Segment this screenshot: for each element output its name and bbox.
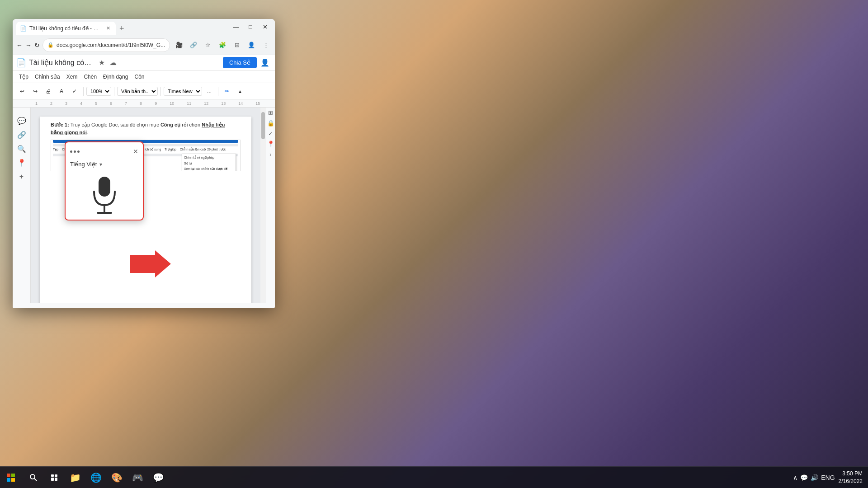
spellcheck-button[interactable]: ✓ [69, 85, 80, 97]
add-icon[interactable]: + [19, 173, 24, 181]
taskbar-edge-button[interactable]: 🌐 [86, 468, 106, 488]
sidebar-right-icon-2[interactable]: 🔒 [267, 120, 274, 127]
dot-3 [77, 150, 80, 153]
menu-item-dinhdang[interactable]: Định dạng [100, 73, 131, 81]
mini-trogup: Trợ giúp [165, 147, 176, 153]
sidebar-right-icon-3[interactable]: ✓ [268, 130, 273, 137]
document-ruler: 1 2 3 4 5 6 7 8 9 10 11 12 13 14 15 [13, 99, 275, 108]
dot-2 [74, 150, 76, 153]
print-button[interactable]: 🖨 [42, 85, 54, 97]
voice-language-text: Tiếng Việt [70, 160, 97, 169]
tray-language-icon[interactable]: ENG [821, 474, 835, 481]
extension2-icon[interactable]: ⊞ [231, 39, 243, 52]
nhaплieu-label: Nhập liệu [202, 122, 225, 127]
taskbar-search-button[interactable] [24, 468, 43, 488]
menu-item-tep[interactable]: Tệp [16, 73, 31, 81]
link-icon[interactable]: 🔗 [17, 131, 26, 139]
new-tab-button[interactable]: + [116, 22, 128, 35]
undo-button[interactable]: ↩ [16, 85, 28, 97]
doc-paragraph-12: bằng giọng nói. [51, 129, 241, 136]
redo-button[interactable]: ↪ [29, 85, 41, 97]
share-button[interactable]: Chia Sẻ [223, 57, 257, 68]
arrow-svg [130, 250, 171, 286]
mini-submenu-xemlai: Xem lại các chỉnh sửa được đề xuất [183, 166, 235, 171]
tray-chat-icon[interactable]: 💬 [800, 474, 808, 481]
menu-item-chinhsua[interactable]: Chỉnh sửa [32, 73, 63, 81]
document-content[interactable]: ✕ Tiếng Việt ▾ [31, 108, 260, 303]
extension-icon[interactable]: 🧩 [216, 39, 229, 52]
account-circle-icon[interactable]: 👤 [245, 39, 258, 52]
document-cloud-icon[interactable]: ☁ [108, 56, 118, 69]
bookmark-icon[interactable]: ☆ [202, 39, 214, 52]
explore-icon[interactable]: 🔍 [17, 145, 26, 153]
toolbar-divider-1 [83, 87, 84, 96]
taskbar-files-button[interactable]: 📁 [65, 468, 85, 488]
camera-icon[interactable]: 🎥 [173, 39, 185, 52]
tab-close-button[interactable]: ✕ [104, 24, 112, 32]
voice-mic-area[interactable] [70, 174, 138, 215]
paintformat-button[interactable]: A [56, 85, 67, 97]
nav-right-icons: 🎥 🔗 ☆ 🧩 ⊞ 👤 ⋮ [173, 39, 272, 52]
voice-dropdown-icon[interactable]: ▾ [99, 160, 102, 169]
voice-language-selector[interactable]: Tiếng Việt ▾ [70, 160, 138, 169]
horizontal-scrollbar[interactable] [13, 303, 275, 308]
voice-close-button[interactable]: ✕ [133, 147, 138, 156]
red-arrow [130, 250, 171, 289]
congu-label: Công cụ [160, 122, 180, 127]
refresh-button[interactable]: ↻ [34, 39, 40, 52]
expand-toolbar-button[interactable]: ▴ [234, 85, 246, 97]
start-button[interactable] [0, 467, 22, 488]
right-sidebar: ⊞ 🔒 ✓ 📍 › [266, 108, 275, 303]
document-star-icon[interactable]: ★ [97, 56, 107, 69]
edit-menu-bar: Tệp Chỉnh sửa Xem Chèn Định dạng Côn [13, 70, 275, 83]
tray-volume-icon[interactable]: 🔊 [811, 474, 818, 481]
sidebar-right-icon-4[interactable]: 📍 [267, 141, 274, 147]
share-link-icon[interactable]: 🔗 [187, 39, 200, 52]
document-title[interactable]: Tài liệu không có tiêu ... [29, 58, 92, 67]
navigation-bar: ← → ↻ 🔒 docs.google.com/document/d/1I9nf… [13, 35, 275, 55]
task-view-icon [51, 474, 58, 481]
maximize-button[interactable]: □ [244, 21, 257, 33]
minimize-button[interactable]: — [230, 21, 242, 33]
maps-icon[interactable]: 📍 [17, 159, 26, 167]
zoom-select[interactable]: 100% 75% 125% [86, 87, 111, 96]
tray-icons: ∧ 💬 🔊 ENG [793, 474, 835, 481]
close-button[interactable]: ✕ [259, 21, 271, 33]
active-tab[interactable]: 📄 Tài liệu không có tiêu đề - Goog... ✕ [16, 22, 116, 35]
taskbar-photoshop-button[interactable]: 🎨 [107, 468, 127, 488]
taskbar-game-button[interactable]: 🎮 [127, 468, 147, 488]
svg-rect-5 [11, 474, 15, 477]
menu-item-chen[interactable]: Chèn [81, 73, 99, 81]
editing-mode-button[interactable]: ✏ [221, 85, 233, 97]
taskbar: 📁 🌐 🎨 🎮 💬 ∧ 💬 🔊 ENG 3:50 PM 2/16/2022 [0, 466, 868, 488]
sidebar-right-icon-5[interactable]: › [269, 151, 271, 158]
tray-expand-icon[interactable]: ∧ [793, 474, 797, 481]
browser-window: 📄 Tài liệu không có tiêu đề - Goog... ✕ … [13, 19, 275, 308]
svg-rect-0 [99, 177, 110, 197]
sidebar-right-icon-1[interactable]: ⊞ [268, 109, 273, 116]
menu-icon[interactable]: ⋮ [259, 39, 272, 52]
voice-dots [70, 150, 80, 153]
more-options-button[interactable]: ... [203, 85, 215, 97]
scrollbar[interactable] [260, 108, 266, 303]
forward-button[interactable]: → [25, 39, 32, 52]
taskbar-taskview-button[interactable] [44, 468, 64, 488]
style-select[interactable]: Văn bản th... [117, 87, 158, 96]
menu-item-con[interactable]: Côn [132, 73, 147, 81]
microphone-icon[interactable] [89, 174, 120, 215]
svg-rect-4 [7, 474, 10, 477]
svg-rect-12 [51, 478, 54, 481]
address-bar[interactable]: 🔒 docs.google.com/document/d/1I9nf5l0W_G… [42, 38, 170, 52]
back-button[interactable]: ← [16, 39, 23, 52]
menu-right-icons: Chia Sẻ 👤 [223, 56, 271, 69]
taskbar-discord-button[interactable]: 💬 [148, 468, 168, 488]
font-select[interactable]: Times New... [164, 87, 202, 96]
user-account-icon[interactable]: 👤 [259, 56, 271, 69]
system-clock[interactable]: 3:50 PM 2/16/2022 [839, 470, 863, 485]
scroll-thumb[interactable] [261, 112, 265, 139]
toolbar-divider-4 [218, 87, 218, 96]
voice-input-popup[interactable]: ✕ Tiếng Việt ▾ [65, 141, 144, 221]
window-controls: — □ ✕ [230, 21, 271, 33]
menu-item-xem[interactable]: Xem [64, 73, 80, 81]
comments-icon[interactable]: 💬 [17, 117, 26, 125]
